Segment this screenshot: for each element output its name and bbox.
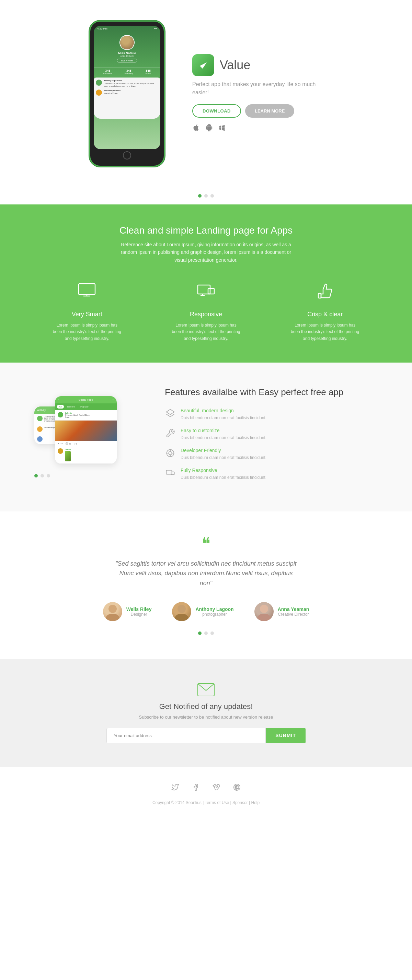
responsive2-icon xyxy=(165,468,176,479)
facebook-icon[interactable] xyxy=(190,781,202,794)
sp-feed-jenny: Jenny xyxy=(55,446,117,464)
sp-back-avatar-2 xyxy=(37,426,43,432)
feature-responsive-title: Responsive xyxy=(172,311,240,318)
phone-stats: 345 Followers 345 Following 345 Posts xyxy=(94,67,160,76)
windows-icon[interactable] xyxy=(218,124,226,133)
platform-icons xyxy=(192,124,323,133)
person-img-anna xyxy=(254,602,274,621)
feature-smart: Very Smart Lorem Ipsum is simply ipsum h… xyxy=(53,281,121,342)
person-img-wells xyxy=(103,602,122,621)
checkmark-icon xyxy=(197,59,209,72)
feature-design-text: Beautiful, modern design Duis bibendum d… xyxy=(180,408,267,421)
phone-feed-item-1: Johnny Superhero Duis tempus, at a mauri… xyxy=(96,80,158,88)
footer-social xyxy=(34,781,378,794)
green-section-title: Clean and simple Landing page for Apps xyxy=(34,225,378,236)
feature-customize-text: Easy to customize Duis bibendum diam non… xyxy=(180,428,267,441)
android-icon[interactable] xyxy=(205,124,213,133)
monitor-icon xyxy=(53,281,121,305)
feature-fullres-text: Fully Responsive Duis bibendum diam non … xyxy=(180,468,267,480)
sc-dot-1[interactable] xyxy=(34,474,38,477)
feed-avatar-1 xyxy=(96,80,102,86)
phone-edit-btn[interactable]: Edit Profile xyxy=(117,59,137,62)
person-info-anna: Anna Yeaman Creative Director xyxy=(278,606,309,617)
hero-buttons: DOWNLOAD LEARN MORE xyxy=(192,104,323,118)
sp-like[interactable]: ♥ 113 xyxy=(57,442,63,445)
person-role-anna: Creative Director xyxy=(278,612,309,617)
newsletter-email-input[interactable] xyxy=(107,728,266,743)
hero-section: 4:20 PM ▪▪▪ Miss Natalie India, Kolkata … xyxy=(0,0,412,187)
sc-dot-3[interactable] xyxy=(47,474,50,477)
sp-back-avatar-3 xyxy=(37,436,43,442)
sp-share[interactable]: ↗ 6 xyxy=(74,442,77,445)
t-dot-1[interactable] xyxy=(198,632,201,635)
feature-developer: Developer Friendly Duis bibendum diam no… xyxy=(165,448,378,461)
phone-time: 4:20 PM xyxy=(97,27,107,30)
sp-back-avatar-1 xyxy=(37,416,43,421)
feature-crisp: Crisp & clear Lorem Ipsum is simply ipsu… xyxy=(291,281,359,342)
sp-mountain-image xyxy=(55,420,117,441)
phone-signal: ▪▪▪ xyxy=(154,27,157,30)
svg-point-21 xyxy=(175,614,188,621)
svg-point-23 xyxy=(257,614,271,621)
twitter-icon[interactable] xyxy=(169,781,181,794)
phone-profile-area: Miss Natalie India, Kolkata Edit Profile xyxy=(94,32,160,66)
sp-back-text-3: ... xyxy=(44,436,46,442)
code-icon xyxy=(165,448,176,458)
feature-crisp-title: Crisp & clear xyxy=(291,311,359,318)
apple-icon[interactable] xyxy=(192,124,200,133)
phone-status-bar: 4:20 PM ▪▪▪ xyxy=(94,26,160,32)
phone-screen: 4:20 PM ▪▪▪ Miss Natalie India, Kolkata … xyxy=(94,26,160,149)
sp-tab-all[interactable]: All xyxy=(57,405,64,409)
feed-avatar-2 xyxy=(96,89,102,96)
tools-icon xyxy=(165,428,176,439)
phone-following: 345 Following xyxy=(125,69,133,75)
person-wells: Wells Riley Designer xyxy=(103,602,152,621)
sp-front-icon-right: + xyxy=(112,398,114,401)
app-icon-row: Value xyxy=(192,54,323,76)
phone-front: ≡ Social Feed + All Recent Popular Julie… xyxy=(55,396,117,464)
svg-point-22 xyxy=(260,605,268,613)
sp-comment[interactable]: 💬 89 xyxy=(65,442,71,445)
feature-responsive: Responsive Lorem Ipsum is simply ipsum h… xyxy=(172,281,240,342)
mail-icon xyxy=(197,683,215,697)
screenshots-carousel-dots xyxy=(34,474,144,477)
feature-fullres: Fully Responsive Duis bibendum diam non … xyxy=(165,468,378,480)
person-avatar-wells xyxy=(103,602,122,621)
testimonial-quote: "Sed sagittis tortor vel arcu sollicitud… xyxy=(113,559,299,588)
screenshots-left: Activity ≡ Johnny SuperheroDuis tempus, … xyxy=(34,396,144,477)
svg-marker-0 xyxy=(200,62,207,68)
app-name: Value xyxy=(220,58,250,72)
phone-mockup: 4:20 PM ▪▪▪ Miss Natalie India, Kolkata … xyxy=(89,21,165,167)
footer-copyright: Copyright © 2014 Seanlius | Terms of Use… xyxy=(34,800,378,805)
sc-dot-2[interactable] xyxy=(40,474,44,477)
vimeo-icon[interactable] xyxy=(210,781,222,794)
hero-content: Value Perfect app that makes your everyd… xyxy=(192,54,323,133)
sp-actions: ♥ 113 💬 89 ↗ 6 xyxy=(55,441,117,446)
newsletter-submit-button[interactable]: SUBMIT xyxy=(266,728,305,743)
newsletter-section: Get Notified of any updates! Subscribe t… xyxy=(0,659,412,767)
phone-posts: 345 Posts xyxy=(145,69,151,75)
person-img-anthony xyxy=(172,602,191,621)
sp-tab-popular[interactable]: Popular xyxy=(78,405,91,409)
dot-1[interactable] xyxy=(198,194,201,197)
person-info-anthony: Anthony Lagoon photographer xyxy=(195,606,233,617)
pinterest-icon[interactable] xyxy=(231,781,243,794)
feed-text-1: Johnny Superhero Duis tempus, at a mauri… xyxy=(104,80,158,88)
person-anna: Anna Yeaman Creative Director xyxy=(254,602,309,621)
person-name-wells: Wells Riley xyxy=(126,606,152,612)
features-grid: Very Smart Lorem Ipsum is simply ipsum h… xyxy=(34,281,378,342)
sp-tab-recent[interactable]: Recent xyxy=(65,405,77,409)
t-dot-2[interactable] xyxy=(204,632,208,635)
dot-3[interactable] xyxy=(211,194,214,197)
learn-more-button[interactable]: LEARN MORE xyxy=(245,104,294,118)
person-info-wells: Wells Riley Designer xyxy=(126,606,152,617)
download-button[interactable]: DOWNLOAD xyxy=(192,104,241,118)
feature-customize: Easy to customize Duis bibendum diam non… xyxy=(165,428,378,441)
phone-outer: 4:20 PM ▪▪▪ Miss Natalie India, Kolkata … xyxy=(89,21,165,167)
svg-rect-8 xyxy=(318,293,321,298)
sp-back-title: Activity xyxy=(37,409,46,412)
hero-tagline: Perfect app that makes your everyday lif… xyxy=(192,80,323,97)
dot-2[interactable] xyxy=(204,194,208,197)
sp-front-header: ≡ Social Feed + xyxy=(55,396,117,403)
t-dot-3[interactable] xyxy=(211,632,214,635)
